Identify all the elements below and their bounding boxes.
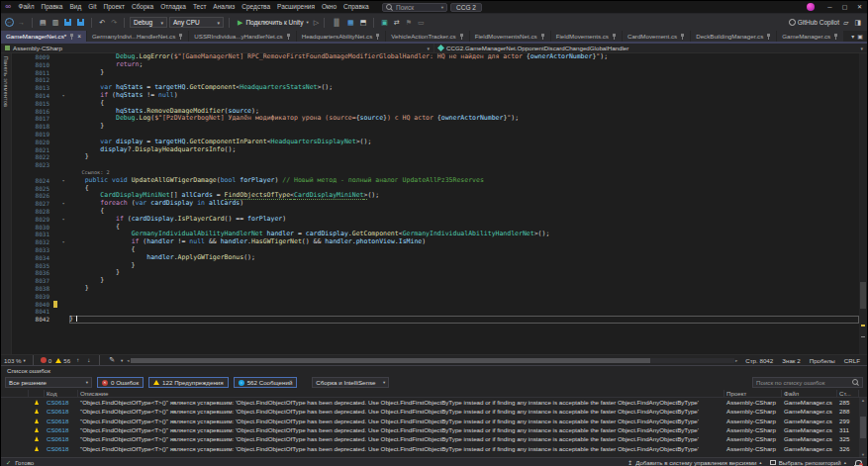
code-text[interactable]: { [69, 100, 859, 108]
code-text[interactable] [69, 301, 859, 309]
fold-collapse-icon[interactable]: ▾ [57, 200, 69, 208]
code-editor[interactable]: 8009 Debug.LogError($"[GameManagerNet] R… [12, 53, 867, 354]
code-line[interactable]: Ссылок: 2 [12, 169, 859, 177]
next-issue-icon[interactable]: ↓ [85, 355, 92, 365]
pin-icon[interactable] [286, 33, 291, 40]
add-to-source-control-button[interactable]: ↥ Добавить в систему управления версиями… [627, 459, 762, 466]
code-text[interactable]: { [69, 185, 859, 193]
previous-issue-icon[interactable]: ↑ [74, 355, 81, 365]
code-text[interactable]: if (cardDisplay.IsPlayerCard() == forPla… [69, 216, 859, 224]
code-line[interactable]: 8033 { [12, 246, 859, 254]
menu-item-12[interactable]: Справка [340, 1, 373, 13]
code-line[interactable]: 8018 } [12, 123, 859, 131]
code-line[interactable]: 8017 Debug.Log($"[PzDVaterbogNet] Удалён… [12, 115, 859, 123]
solution-explorer-icon[interactable]: ▦ [345, 18, 356, 28]
editor-horizontal-scrollbar[interactable]: ◂ ▸ [127, 357, 737, 364]
pin-icon[interactable] [375, 33, 380, 40]
code-line[interactable]: 8026 CardDisplayMiniNet[] allCards = Fin… [12, 192, 859, 200]
scroll-right-icon[interactable]: ▸ [735, 358, 737, 363]
code-line[interactable]: 8032▾ if (handler != null && handler.Has… [12, 238, 859, 246]
save-icon[interactable] [64, 19, 71, 26]
file-errors-indicator[interactable]: 0 [41, 357, 51, 364]
user-avatar[interactable] [807, 3, 815, 11]
type-member-dropdown[interactable]: CCG2.GameManagerNet.OpponentDiscardChang… [434, 44, 867, 52]
code-line[interactable]: 8039 [12, 293, 859, 301]
code-text[interactable]: CardDisplayMiniNet[] allCards = FindObje… [69, 192, 859, 200]
menu-item-10[interactable]: Расширения [274, 1, 319, 13]
pin-icon[interactable] [833, 33, 838, 40]
menu-item-4[interactable]: Проект [100, 1, 128, 13]
active-files-dropdown-icon[interactable]: ▾ [851, 33, 854, 40]
maximize-button[interactable]: ▢ [837, 1, 852, 13]
error-row-0[interactable]: CS0618"Object.FindObjectOfType<T>()" явл… [1, 398, 867, 407]
attach-to-unity-button[interactable]: ▶ Подключить к Unity ▾ [235, 19, 312, 27]
zoom-dropdown[interactable]: 103 % ▾ [4, 357, 26, 364]
error-row-4[interactable]: CS0618"Object.FindObjectOfType<T>()" явл… [1, 434, 867, 443]
float-window-icon[interactable]: ▣ [857, 33, 863, 40]
code-text[interactable]: } [69, 69, 859, 77]
pin-icon[interactable] [459, 33, 464, 40]
document-tab-6[interactable]: FieldMovements.cs [551, 31, 622, 42]
code-line[interactable]: 8024▾ public void UpdateAllGWTigerDamage… [12, 177, 859, 185]
code-line[interactable]: 8014▾ if (hqStats != null) [12, 92, 859, 100]
code-line[interactable]: 8012 [12, 76, 859, 84]
collapsed-tool-window-tab[interactable]: Панель элементов [1, 53, 12, 354]
warnings-filter-button[interactable]: 122 Предупреждения [148, 377, 229, 388]
code-line[interactable]: 8009 Debug.LogError($"[GameManagerNet] R… [12, 53, 859, 61]
code-text[interactable]: foreach (var cardDisplay in allCards) [69, 200, 859, 208]
properties-window-icon[interactable]: ⬒ [358, 18, 369, 28]
bookmark-icon[interactable]: ⚑ [404, 18, 414, 28]
close-button[interactable]: ✕ [852, 1, 867, 13]
code-text[interactable]: Debug.Log($"[PzDVaterbogNet] Удалён моди… [69, 115, 859, 123]
fold-collapse-icon[interactable]: ▾ [57, 216, 69, 224]
step-into-icon[interactable]: ⇄ [392, 18, 402, 28]
pin-icon[interactable] [178, 33, 183, 40]
start-without-debugging-icon[interactable]: ▷ [314, 19, 319, 27]
menu-item-7[interactable]: Тест [189, 1, 209, 13]
code-line[interactable]: 8037 } [12, 277, 859, 285]
solution-configuration-dropdown[interactable]: Debug▾ [130, 17, 167, 28]
code-line[interactable]: 8022 } [12, 153, 859, 161]
error-row-2[interactable]: CS0618"Object.FindObjectOfType<T>()" явл… [1, 417, 867, 425]
code-text[interactable]: handler.ApplyGWTigerBonus(); [69, 254, 859, 262]
project-dropdown[interactable]: Assembly-CSharp ▾ [1, 44, 434, 52]
code-line[interactable]: 8023 [12, 161, 859, 169]
document-tab-1[interactable]: GermanyIndivi...HandlerNet.cs [87, 31, 188, 42]
code-text[interactable] [69, 76, 859, 84]
messages-filter-button[interactable]: i 562 Сообщений [234, 377, 298, 388]
code-text[interactable]: if (hqStats != null) [69, 92, 859, 100]
column-line[interactable]: Ст... [837, 390, 859, 397]
new-file-icon[interactable]: ▤ [38, 18, 48, 28]
pin-icon[interactable] [766, 33, 771, 40]
solution-platform-dropdown[interactable]: Any CPU▾ [169, 17, 224, 28]
menu-item-11[interactable]: Окно [318, 1, 339, 13]
error-code[interactable]: CS0618 [45, 445, 78, 452]
quick-search-box[interactable]: Поиск ▾ [382, 3, 447, 12]
navigate-back-icon[interactable]: ← [5, 18, 14, 27]
code-cleanup-icon[interactable]: ✎ [107, 355, 117, 365]
menu-item-1[interactable]: Правка [38, 1, 66, 13]
error-row-5[interactable]: CS0618"Object.FindObjectOfType<T>()" явл… [1, 443, 867, 452]
code-line[interactable]: 8042} [12, 316, 859, 324]
errors-filter-button[interactable]: ✕ 0 Ошибок [97, 377, 144, 388]
code-text[interactable]: GermanyIndividualAbilityHandlerNet handl… [69, 231, 859, 238]
pin-icon[interactable] [540, 33, 545, 40]
save-all-icon[interactable] [77, 19, 84, 26]
error-code[interactable]: CS0618 [45, 399, 78, 406]
source-filter-dropdown[interactable]: Сборка и IntelliSense ▾ [312, 377, 389, 388]
menu-item-0[interactable]: Файл [15, 1, 38, 13]
code-line[interactable]: 8019 [12, 131, 859, 139]
file-warnings-indicator[interactable]: 56 [55, 357, 70, 364]
code-line[interactable]: 8015 { [12, 100, 859, 108]
column-severity[interactable] [29, 390, 45, 397]
scroll-down-icon[interactable]: ▼ [861, 452, 865, 457]
code-text[interactable]: } [69, 262, 859, 270]
document-tab-0[interactable]: GameManagerNet.cs*× [1, 31, 86, 42]
hscroll-thumb[interactable] [131, 358, 650, 363]
error-code[interactable]: CS0618 [45, 418, 78, 424]
document-tab-8[interactable]: DeckBuildingManager.cs [691, 31, 776, 42]
code-text[interactable]: } [69, 123, 859, 131]
code-text[interactable] [69, 131, 859, 139]
code-text[interactable] [69, 161, 859, 169]
open-folder-icon[interactable]: ▥ [50, 18, 61, 28]
